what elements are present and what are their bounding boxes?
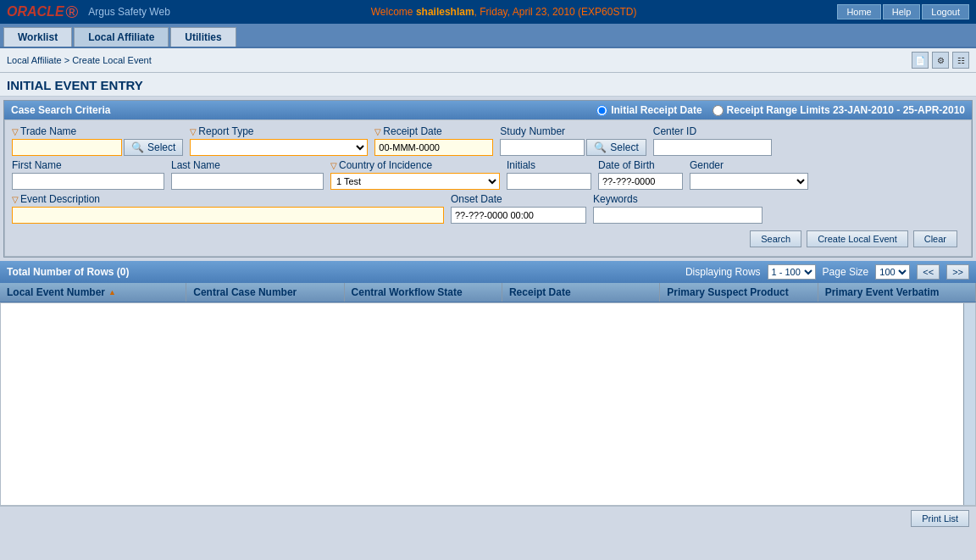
case-search-section: Case Search Criteria Initial Receipt Dat… (3, 100, 973, 258)
report-type-filter-icon: ▽ (190, 127, 197, 136)
initial-receipt-date-radio[interactable]: Initial Receipt Date (596, 104, 702, 116)
top-nav-bar: ORACLE ® Argus Safety Web Welcome shaile… (0, 0, 976, 24)
tab-utilities[interactable]: Utilities (170, 27, 236, 47)
sort-icon: ▲ (108, 288, 116, 297)
breadcrumb: Local Affiliate > Create Local Event (7, 55, 152, 65)
last-name-input[interactable] (171, 173, 324, 190)
main-content: Case Search Criteria Initial Receipt Dat… (0, 100, 976, 530)
study-number-input[interactable] (500, 139, 585, 156)
next-page-button[interactable]: >> (946, 264, 969, 280)
onset-date-input[interactable] (451, 207, 586, 224)
create-local-event-button[interactable]: Create Local Event (807, 230, 908, 247)
table-header: Local Event Number ▲ Central Case Number… (0, 283, 976, 302)
col-central-workflow-state[interactable]: Central Workflow State (345, 283, 502, 302)
section-header: Case Search Criteria Initial Receipt Dat… (4, 101, 972, 119)
col-receipt-date[interactable]: Receipt Date (502, 283, 660, 302)
col-primary-event-verbatim[interactable]: Primary Event Verbatim (818, 283, 976, 302)
country-filter-icon: ▽ (330, 161, 337, 170)
initials-input[interactable] (507, 173, 591, 190)
event-description-field: ▽ Event Description (12, 193, 444, 224)
form-row-2: First Name Last Name ▽ Country of Incide… (12, 159, 964, 190)
trade-name-field: ▽ Trade Name 🔍 Select (12, 125, 183, 156)
study-select-button[interactable]: 🔍 Select (586, 139, 646, 156)
breadcrumb-icons: 📄 ⚙ ☷ (912, 52, 969, 69)
results-bar: Total Number of Rows (0) Displaying Rows… (0, 261, 976, 283)
center-id-field: Center ID (653, 125, 772, 156)
settings-icon[interactable]: ⚙ (932, 52, 949, 69)
tab-bar: Worklist Local Affiliate Utilities (0, 24, 976, 48)
event-desc-filter-icon: ▽ (12, 195, 19, 204)
date-radio-group: Initial Receipt Date Receipt Range Limit… (596, 104, 965, 116)
page-title: INITIAL EVENT ENTRY (0, 73, 976, 97)
page-size-select[interactable]: 100 (875, 264, 910, 280)
grid-icon[interactable]: ☷ (952, 52, 969, 69)
date-of-birth-field: Date of Birth (598, 159, 683, 190)
center-id-input[interactable] (653, 139, 772, 156)
clear-button[interactable]: Clear (913, 230, 957, 247)
first-name-field: First Name (12, 159, 164, 190)
logout-link[interactable]: Logout (922, 4, 969, 19)
study-search-icon: 🔍 (594, 141, 607, 153)
report-type-field: ▽ Report Type (190, 125, 368, 156)
receipt-date-input[interactable] (374, 139, 493, 156)
tab-worklist[interactable]: Worklist (3, 27, 72, 47)
keywords-input[interactable] (593, 207, 762, 224)
home-link[interactable]: Home (837, 4, 880, 19)
col-primary-suspect-product[interactable]: Primary Suspect Product (660, 283, 818, 302)
col-central-case-number[interactable]: Central Case Number (186, 283, 344, 302)
scrollbar[interactable] (963, 303, 975, 505)
app-title: Argus Safety Web (88, 6, 170, 18)
country-select[interactable]: 1 Test (330, 173, 500, 190)
gender-select[interactable] (690, 173, 808, 190)
receipt-date-filter-icon: ▽ (374, 127, 381, 136)
welcome-message: Welcome shaileshlam, Friday, April 23, 2… (170, 6, 838, 18)
search-form: ▽ Trade Name 🔍 Select ▽ Report Ty (4, 119, 972, 257)
report-type-select[interactable] (190, 139, 368, 156)
onset-date-field: Onset Date (451, 193, 586, 224)
form-row-3: ▽ Event Description Onset Date Keywords (12, 193, 964, 224)
first-name-input[interactable] (12, 173, 164, 190)
action-row: Search Create Local Event Clear (12, 227, 964, 251)
print-list-button[interactable]: Print List (911, 510, 969, 527)
table-body (0, 302, 976, 506)
search-icon: 🔍 (131, 141, 144, 153)
trade-name-select-button[interactable]: 🔍 Select (124, 139, 183, 156)
page-icon[interactable]: 📄 (912, 52, 929, 69)
top-links: Home Help Logout (837, 4, 969, 19)
tab-local-affiliate[interactable]: Local Affiliate (74, 27, 169, 47)
page-footer: Print List (0, 506, 976, 530)
help-link[interactable]: Help (883, 4, 921, 19)
keywords-field: Keywords (593, 193, 762, 224)
page-size-label: Page Size (823, 266, 869, 278)
displaying-rows-select[interactable]: 1 - 100 (768, 264, 816, 280)
breadcrumb-bar: Local Affiliate > Create Local Event 📄 ⚙… (0, 48, 976, 73)
receipt-range-limits-radio[interactable]: Receipt Range Limits 23-JAN-2010 - 25-AP… (713, 104, 965, 116)
event-description-input[interactable] (12, 207, 444, 224)
initials-field: Initials (507, 159, 591, 190)
study-number-field: Study Number 🔍 Select (500, 125, 646, 156)
trade-name-input[interactable] (12, 139, 122, 156)
trade-name-filter-icon: ▽ (12, 127, 19, 136)
date-of-birth-input[interactable] (598, 173, 683, 190)
oracle-logo: ORACLE ® (7, 3, 78, 22)
section-title: Case Search Criteria (11, 104, 110, 116)
gender-field: Gender (690, 159, 808, 190)
displaying-rows-label: Displaying Rows (685, 266, 761, 278)
last-name-field: Last Name (171, 159, 324, 190)
form-row-1: ▽ Trade Name 🔍 Select ▽ Report Ty (12, 125, 964, 156)
receipt-date-field: ▽ Receipt Date (374, 125, 493, 156)
total-rows-label: Total Number of Rows (0) (7, 266, 129, 278)
prev-page-button[interactable]: << (917, 264, 940, 280)
country-of-incidence-field: ▽ Country of Incidence 1 Test (330, 159, 500, 190)
col-local-event-number[interactable]: Local Event Number ▲ (0, 283, 186, 302)
search-button[interactable]: Search (750, 230, 801, 247)
